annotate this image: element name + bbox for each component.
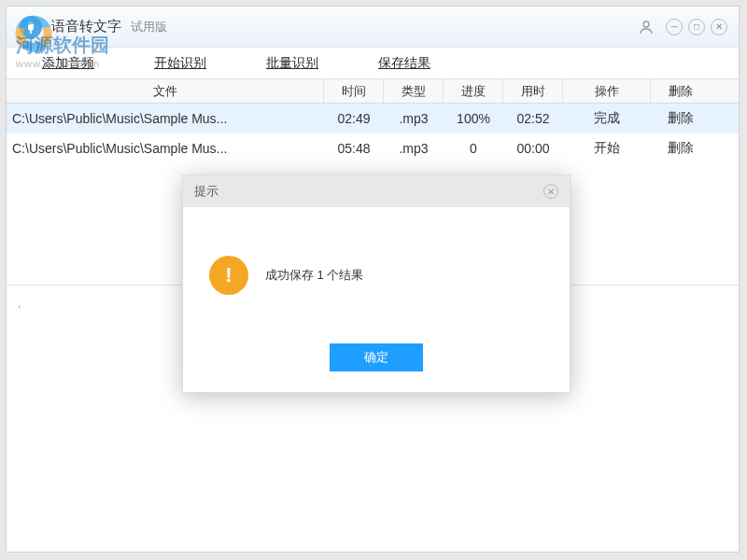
dialog-close-icon[interactable]: ✕ [543, 184, 558, 199]
dialog-message: 成功保存 1 个结果 [265, 267, 363, 284]
dialog-body: ! 成功保存 1 个结果 [183, 207, 570, 343]
app-window: 语音转文字 试用版 ─ □ ✕ 河源软件园 www.pc0359.cn 添加音频… [6, 6, 740, 553]
dialog-backdrop: 提示 ✕ ! 成功保存 1 个结果 确定 [7, 7, 739, 552]
dialog-title-text: 提示 [194, 183, 218, 200]
dialog-titlebar: 提示 ✕ [183, 175, 570, 207]
dialog: 提示 ✕ ! 成功保存 1 个结果 确定 [182, 175, 571, 393]
dialog-ok-button[interactable]: 确定 [330, 343, 423, 371]
warning-icon: ! [209, 256, 248, 295]
dialog-footer: 确定 [183, 343, 570, 371]
